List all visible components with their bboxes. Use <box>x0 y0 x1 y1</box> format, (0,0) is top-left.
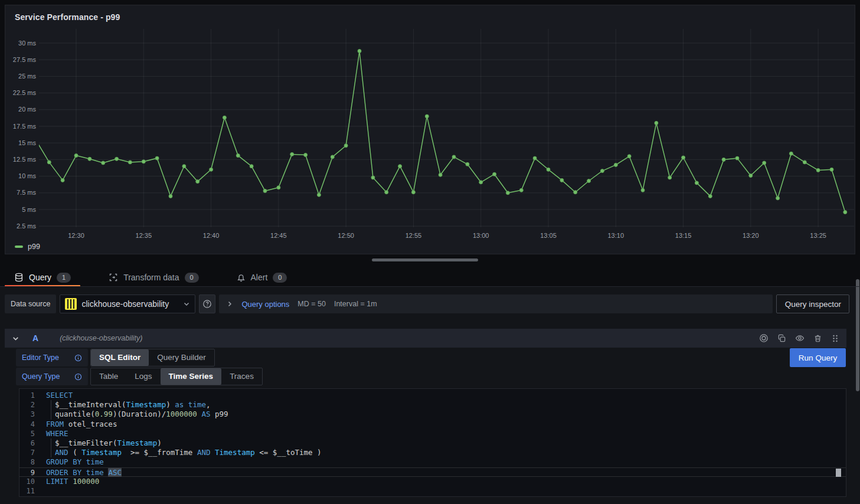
y-axis-tick: 10 ms <box>18 172 36 179</box>
trash-icon[interactable] <box>813 334 822 343</box>
x-axis-tick: 12:35 <box>136 232 152 239</box>
bell-icon <box>237 273 246 282</box>
run-query-button[interactable]: Run Query <box>790 348 846 367</box>
data-point <box>776 197 780 200</box>
data-point <box>749 174 753 178</box>
data-point <box>506 191 509 195</box>
data-point <box>614 163 617 166</box>
y-axis-tick: 30 ms <box>18 40 36 47</box>
datasource-help-button[interactable] <box>199 294 215 313</box>
data-point <box>142 160 145 163</box>
chart-legend[interactable]: p99 <box>15 243 40 251</box>
data-point <box>816 168 820 172</box>
line-number: 4 <box>19 420 35 429</box>
data-point <box>88 157 91 161</box>
clickhouse-logo <box>65 298 77 310</box>
line-number: 5 <box>19 429 35 438</box>
code-line-9: 9ORDER BY time ASC <box>19 467 846 477</box>
data-point <box>61 178 64 182</box>
data-point <box>641 188 645 192</box>
tab-alert-count-badge: 0 <box>273 273 287 283</box>
data-point <box>843 211 847 214</box>
horizontal-scrollbar-thumb[interactable] <box>372 258 478 261</box>
drag-handle-icon[interactable] <box>831 334 839 343</box>
record-circle-icon[interactable] <box>759 333 769 343</box>
tab-alert[interactable]: Alert 0 <box>227 269 297 286</box>
code-line-5: 5WHERE <box>19 429 846 438</box>
line-number: 7 <box>19 448 35 457</box>
line-number: 10 <box>19 477 35 486</box>
sql-code-editor[interactable]: 1SELECT2 $__timeInterval(Timestamp) as t… <box>19 388 846 497</box>
code-line-4: 4FROM otel_traces <box>19 420 846 429</box>
query-row-header[interactable]: A (clickhouse-observability) <box>5 329 846 348</box>
editor-type-option-sql-editor[interactable]: SQL Editor <box>91 349 149 366</box>
tab-transform-count-badge: 0 <box>185 273 199 283</box>
code-text: $__timeFilter(Timestamp) <box>46 438 162 448</box>
query-type-label: Query Type <box>16 368 88 385</box>
query-inspector-button[interactable]: Query inspector <box>776 294 849 313</box>
line-number: 9 <box>19 468 35 477</box>
data-point <box>371 176 375 179</box>
datasource-picker[interactable]: clickhouse-observability <box>60 294 195 313</box>
query-options-md: MD = 50 <box>297 300 326 308</box>
line-number: 11 <box>19 486 35 496</box>
x-axis-tick: 13:05 <box>540 232 557 239</box>
duplicate-icon[interactable] <box>777 334 786 343</box>
x-axis-tick: 13:20 <box>743 232 759 239</box>
chart-grid: 30 ms27.5 ms25 ms22.5 ms20 ms17.5 ms15 m… <box>13 29 854 239</box>
y-axis-tick: 7.5 ms <box>17 189 37 196</box>
data-point <box>763 161 766 165</box>
editor-type-option-query-builder[interactable]: Query Builder <box>149 349 214 366</box>
query-type-label-text: Query Type <box>22 372 60 381</box>
query-options-toggle[interactable]: Query options <box>241 300 289 309</box>
query-row-actions <box>759 333 839 343</box>
query-type-option-traces[interactable]: Traces <box>221 368 262 385</box>
code-line-2: 2 $__timeInterval(Timestamp) as time, <box>19 400 846 410</box>
data-point <box>682 156 685 159</box>
x-axis-tick: 13:25 <box>810 232 826 239</box>
data-point <box>587 179 591 183</box>
panel-edit-tabbar: Query 1 Transform data 0 Alert 0 <box>5 269 296 287</box>
data-point <box>479 181 483 184</box>
data-point <box>47 161 51 164</box>
query-type-option-time-series[interactable]: Time Series <box>161 368 222 385</box>
query-type-row: Query Type TableLogsTime SeriesTraces <box>16 368 263 385</box>
y-axis-tick: 12.5 ms <box>13 156 37 163</box>
transform-arrows-icon <box>109 273 118 282</box>
eye-icon[interactable] <box>795 333 805 343</box>
legend-series-label: p99 <box>28 243 40 251</box>
code-text: LIMIT 100000 <box>46 477 99 486</box>
data-point <box>493 172 496 176</box>
grafana-panel-edit-page: { "panel": { "title": "Service Performan… <box>0 0 860 504</box>
query-options-bar[interactable]: Query options MD = 50 Interval = 1m <box>219 294 773 313</box>
data-point <box>452 155 456 159</box>
query-datasource-hint: (clickhouse-observability) <box>60 334 142 342</box>
data-point <box>519 188 523 192</box>
y-axis-tick: 20 ms <box>18 106 36 113</box>
y-axis-tick: 2.5 ms <box>17 222 37 230</box>
line-number: 6 <box>19 438 35 448</box>
info-circle-icon[interactable] <box>74 354 82 362</box>
code-text: FROM otel_traces <box>46 420 117 429</box>
data-point <box>695 181 698 185</box>
query-type-radio-group: TableLogsTime SeriesTraces <box>90 368 263 385</box>
data-point <box>102 161 105 165</box>
timeseries-chart[interactable]: 30 ms27.5 ms25 ms22.5 ms20 ms17.5 ms15 m… <box>5 5 855 254</box>
vertical-scrollbar-thumb[interactable] <box>856 279 859 391</box>
data-point <box>547 168 550 171</box>
data-point <box>668 176 672 179</box>
data-point <box>74 154 78 158</box>
chevron-down-icon[interactable] <box>12 335 19 342</box>
tab-query[interactable]: Query 1 <box>5 269 80 286</box>
info-circle-icon[interactable] <box>74 373 82 381</box>
data-point <box>223 116 226 119</box>
data-point <box>627 155 631 158</box>
chevron-down-icon <box>183 300 190 307</box>
query-type-option-table[interactable]: Table <box>91 368 126 385</box>
query-type-option-logs[interactable]: Logs <box>126 368 160 385</box>
data-point <box>385 191 388 194</box>
data-point <box>533 156 537 160</box>
data-point <box>439 173 442 176</box>
tab-transform-data[interactable]: Transform data 0 <box>99 269 208 286</box>
data-point <box>128 161 132 164</box>
